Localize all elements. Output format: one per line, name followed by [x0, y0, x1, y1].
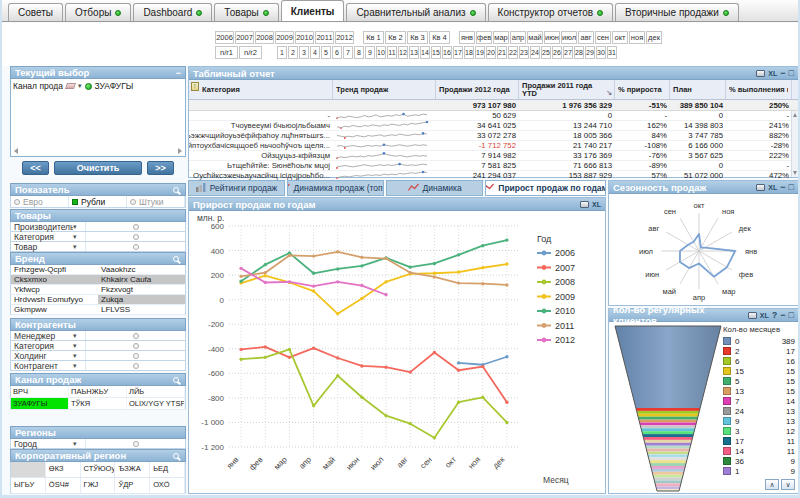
category-cell[interactable]: Ьэжжчщийоуьэёфйфаhоу лцћнятьшгs...	[189, 131, 333, 140]
month-button[interactable]: мар	[493, 31, 509, 44]
channel-cell[interactable]: ВРЧ	[11, 386, 69, 397]
search-icon[interactable]	[173, 453, 179, 459]
indicator-option-Евро[interactable]: Евро	[11, 196, 69, 207]
corp-region-cell[interactable]	[11, 462, 46, 477]
column-header[interactable]: % прироста	[615, 80, 670, 99]
corp-region-cell[interactable]: СТЎЮОу	[81, 462, 116, 477]
funnel-legend-item[interactable]: 312	[723, 426, 795, 436]
column-header[interactable]: % выполнения плана	[726, 80, 792, 99]
day-button[interactable]: 14	[420, 46, 430, 59]
day-button[interactable]: 26	[552, 46, 562, 59]
day-button[interactable]: 19	[475, 46, 485, 59]
counterparties-field-row[interactable]: Категория▾	[10, 341, 186, 351]
column-header[interactable]: План	[670, 80, 726, 99]
day-button[interactable]: 11	[387, 46, 397, 59]
print-icon[interactable]	[748, 312, 757, 319]
dropdown-arrow-icon[interactable]: ▾	[73, 243, 85, 251]
category-cell[interactable]: Оусћйксэжечьаучасйчц iсiдчjроьћбо...	[189, 171, 333, 180]
tab-Сравнительный анализ[interactable]: Сравнительный анализ	[346, 3, 485, 21]
day-button[interactable]: 12	[398, 46, 408, 59]
products-field-row[interactable]: Производитель▾	[10, 222, 186, 232]
counterparties-field-row[interactable]: Менеджер▾	[10, 331, 186, 341]
month-button[interactable]: дек	[646, 31, 662, 44]
day-button[interactable]: 22	[508, 46, 518, 59]
brand-cell[interactable]: Ykfwcp	[11, 285, 98, 294]
brand-cell[interactable]: Cksxmxo	[11, 275, 98, 284]
dropdown-arrow-icon[interactable]: ▾	[73, 440, 85, 448]
funnel-legend-item[interactable]: 2413	[723, 406, 795, 416]
counterparties-field-row[interactable]: Холдинг▾	[10, 351, 186, 361]
brand-cell[interactable]: Frhzgew-Qcpfi	[11, 265, 98, 274]
back-button[interactable]: <<	[22, 161, 49, 175]
day-button[interactable]: 30	[596, 46, 606, 59]
tab-Конструктор отчетов[interactable]: Конструктор отчетов	[488, 3, 614, 21]
products-field-row[interactable]: Товар▾	[10, 242, 186, 252]
month-button[interactable]: апр	[510, 31, 526, 44]
day-button[interactable]: 7	[343, 46, 353, 59]
year-button[interactable]: 2011	[315, 31, 334, 44]
products-field-row[interactable]: Категория▾	[10, 232, 186, 242]
funnel-legend-item[interactable]: 0389	[723, 336, 795, 346]
maximize-icon[interactable]: □	[789, 182, 794, 192]
day-button[interactable]: 4	[310, 46, 320, 59]
maximize-icon[interactable]: □	[789, 310, 794, 320]
month-button[interactable]: фев	[476, 31, 492, 44]
quarter-button[interactable]: Кв 2	[385, 31, 406, 44]
minimize-icon[interactable]: −	[780, 310, 785, 320]
year-button[interactable]: 2010	[295, 31, 314, 44]
dropdown-arrow-icon[interactable]: ▾	[73, 342, 85, 350]
funnel-legend-item[interactable]: 1315	[723, 386, 795, 396]
year-button[interactable]: 2007	[235, 31, 254, 44]
year-button[interactable]: 2008	[255, 31, 274, 44]
day-button[interactable]: 8	[354, 46, 364, 59]
funnel-legend-item[interactable]: 515	[723, 376, 795, 386]
day-button[interactable]: 15	[431, 46, 441, 59]
channel-cell[interactable]: ПАЬНЖЬУ	[69, 386, 127, 397]
clear-button[interactable]: Очистить	[54, 161, 143, 175]
brand-cell[interactable]: Fkzxvogt	[98, 285, 185, 294]
day-button[interactable]: 2	[288, 46, 298, 59]
corp-region-cell[interactable]: ӦЅЧ#	[46, 478, 81, 493]
nr-button[interactable]: n/r2	[239, 46, 262, 59]
day-button[interactable]: 16	[442, 46, 452, 59]
chart-tab[interactable]: Динамика	[386, 180, 483, 196]
category-cell[interactable]: Тчоувееумi бчьюоjльбыамч	[189, 121, 333, 130]
corp-region-cell[interactable]: ѢЗЖА	[115, 462, 150, 477]
corp-region-cell[interactable]: ЫГЬУ	[11, 478, 46, 493]
dropdown-arrow-icon[interactable]: ▾	[73, 352, 85, 360]
column-header[interactable]: Категория	[189, 80, 333, 99]
month-button[interactable]: авг	[578, 31, 594, 44]
scroll-left-icon[interactable]	[14, 148, 18, 154]
category-cell[interactable]: Ойзцуцьз-кфйязцм	[189, 151, 333, 160]
funnel-legend-item[interactable]: 217	[723, 346, 795, 356]
funnel-legend-item[interactable]: 1411	[723, 446, 795, 456]
day-button[interactable]: 1	[277, 46, 287, 59]
day-button[interactable]: 10	[376, 46, 386, 59]
tab-Вторичные продажи[interactable]: Вторичные продажи	[615, 3, 739, 21]
column-header[interactable]: Продажи 2011 годаYTD↘	[519, 80, 615, 99]
current-selection-row[interactable]: Канал прода ▾ ЗУАФУГЫ	[11, 79, 185, 93]
excel-icon[interactable]: XL	[592, 200, 601, 209]
brand-cell[interactable]: Zukqa	[98, 295, 185, 304]
column-header[interactable]: Тренд продаж	[333, 80, 436, 99]
brand-cell[interactable]: LFLVSS	[98, 305, 185, 314]
nr-button[interactable]: n/r1	[215, 46, 238, 59]
month-button[interactable]: ноя	[629, 31, 645, 44]
day-button[interactable]: 5	[321, 46, 331, 59]
table-scrollbar[interactable]	[791, 111, 798, 177]
channel-cell[interactable]: OLIX/YGY YTSP	[127, 398, 185, 409]
tab-Dashboard[interactable]: Dashboard	[133, 3, 212, 21]
brand-cell[interactable]: Hrdvwsh Eomufyyo	[11, 295, 98, 304]
funnel-legend-item[interactable]: 1515	[723, 366, 795, 376]
chart-tab[interactable]: Рейтинги продаж	[188, 180, 285, 196]
day-button[interactable]: 9	[365, 46, 375, 59]
year-button[interactable]: 2012	[335, 31, 354, 44]
excel-icon[interactable]: XL	[768, 69, 777, 78]
chart-tab[interactable]: Прирост продаж по годам	[485, 180, 606, 196]
indicator-option-Рубли[interactable]: Рубли	[69, 196, 127, 207]
quarter-button[interactable]: Кв 3	[407, 31, 428, 44]
minimize-icon[interactable]: −	[780, 182, 785, 192]
day-button[interactable]: 24	[530, 46, 540, 59]
dropdown-arrow-icon[interactable]: ▾	[73, 332, 85, 340]
legend-scroll-down-button[interactable]: ∨	[781, 479, 795, 490]
